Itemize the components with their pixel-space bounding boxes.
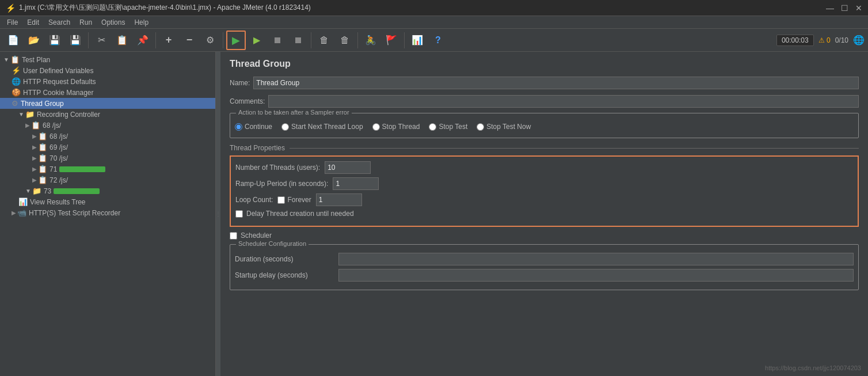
sidebar-item-68js2[interactable]: ▶ 📋 68 /js/: [0, 131, 215, 142]
paste-button[interactable]: 📌: [133, 31, 153, 50]
separator-4: [311, 32, 311, 48]
icon-view-results: 📊: [18, 198, 28, 206]
stop-all-button[interactable]: ⏹: [288, 31, 308, 50]
sidebar-item-73[interactable]: ▼ 📁 73: [0, 185, 215, 196]
stop-button[interactable]: ⏹: [268, 31, 287, 50]
icon-thread-group: ⚙: [12, 99, 18, 108]
label-70js: 70 /js/: [50, 154, 68, 162]
delay-thread-checkbox[interactable]: [235, 210, 243, 218]
clear-button[interactable]: 🗑: [314, 31, 334, 50]
clear-all-button[interactable]: 🗑: [335, 31, 355, 50]
menu-help[interactable]: Help: [130, 17, 153, 28]
title-text: 1.jmx (C:\常用文件\压测问题\压测\apache-jmeter-4.0…: [19, 3, 826, 13]
sidebar-item-thread-group[interactable]: ⚙ Thread Group: [0, 98, 215, 109]
sidebar-item-user-defined[interactable]: ⚡ User Defined Variables: [0, 65, 215, 76]
duration-input[interactable]: [338, 253, 854, 265]
forever-checkbox[interactable]: [277, 196, 285, 204]
icon-68js: 📋: [31, 121, 40, 130]
loop-count-input[interactable]: [316, 193, 362, 206]
icon-70js: 📋: [38, 154, 47, 162]
startup-delay-input[interactable]: [338, 269, 854, 282]
name-input[interactable]: [253, 77, 859, 89]
sidebar-item-http-defaults[interactable]: 🌐 HTTP Request Defaults: [0, 76, 215, 87]
arrow-73: ▼: [25, 188, 31, 194]
error-action-group: Continue Start Next Thread Loop Stop Thr…: [235, 118, 854, 133]
sidebar-splitter[interactable]: ⋮: [216, 52, 220, 376]
title-bar: ⚡ 1.jmx (C:\常用文件\压测问题\压测\apache-jmeter-4…: [0, 0, 868, 16]
menu-search[interactable]: Search: [44, 17, 75, 28]
sidebar-item-72js[interactable]: ▶ 📋 72 /js/: [0, 174, 215, 185]
sidebar-item-test-plan[interactable]: ▼ 📋 Test Plan: [0, 54, 215, 65]
play-button[interactable]: ▶: [226, 31, 246, 50]
close-button[interactable]: ✕: [855, 3, 862, 13]
radio-stop-test[interactable]: Stop Test: [429, 123, 467, 131]
menu-bar: File Edit Search Run Options Help: [0, 16, 868, 29]
sidebar-item-recording-controller[interactable]: ▼ 📁 Recording Controller: [0, 109, 215, 120]
menu-edit[interactable]: Edit: [22, 17, 44, 28]
sidebar-item-cookie-manager[interactable]: 🍪 HTTP Cookie Manager: [0, 87, 215, 98]
open-button[interactable]: 📂: [24, 31, 44, 50]
radio-continue-input[interactable]: [235, 123, 242, 131]
radio-continue[interactable]: Continue: [235, 123, 272, 131]
timer-display: 00:00:03: [776, 35, 814, 46]
num-threads-input[interactable]: [325, 161, 371, 174]
icon-68js2: 📋: [38, 132, 47, 140]
menu-options[interactable]: Options: [97, 17, 130, 28]
scheduler-checkbox[interactable]: [230, 232, 237, 240]
comments-input[interactable]: [268, 95, 859, 108]
flag-button[interactable]: 🚩: [382, 31, 401, 50]
radio-start-next[interactable]: Start Next Thread Loop: [281, 123, 363, 131]
window-controls: — ☐ ✕: [826, 3, 862, 13]
play-arrow-button[interactable]: ▶: [247, 31, 267, 50]
radio-stop-thread[interactable]: Stop Thread: [372, 123, 420, 131]
label-thread-group: Thread Group: [21, 100, 64, 108]
maximize-button[interactable]: ☐: [841, 3, 848, 13]
radio-stop-test-now[interactable]: Stop Test Now: [477, 123, 531, 131]
sidebar-item-70js[interactable]: ▶ 📋 70 /js/: [0, 153, 215, 164]
menu-file[interactable]: File: [2, 17, 22, 28]
radio-stop-test-now-input[interactable]: [477, 123, 484, 131]
label-cookie-manager: HTTP Cookie Manager: [23, 89, 94, 97]
arrow-69js: ▶: [32, 144, 37, 150]
warning-icon: ⚠ 0: [818, 36, 831, 44]
radio-stop-test-label: Stop Test: [439, 123, 467, 131]
minimize-button[interactable]: —: [826, 3, 834, 13]
copy-button[interactable]: 📋: [112, 31, 132, 50]
sidebar-item-71[interactable]: ▶ 📋 71: [0, 164, 215, 174]
loop-count-label: Loop Count:: [235, 196, 273, 204]
green-bar-71: [59, 166, 105, 172]
label-72js: 72 /js/: [50, 176, 68, 184]
help-button[interactable]: ?: [428, 31, 448, 50]
icon-user-defined: ⚡: [12, 66, 21, 75]
duration-row: Duration (seconds): [235, 253, 854, 265]
separator-3: [223, 32, 223, 48]
radio-stop-test-input[interactable]: [429, 123, 436, 131]
cut-button[interactable]: ✂: [92, 31, 111, 50]
ramp-up-input[interactable]: [333, 177, 379, 190]
panel-title: Thread Group: [230, 59, 859, 69]
save-as-button[interactable]: 💾: [66, 31, 85, 50]
globe-icon[interactable]: 🌐: [853, 35, 865, 45]
label-73: 73: [44, 187, 51, 195]
content-area: Thread Group Name: Comments: Action to b…: [220, 52, 868, 376]
settings-button[interactable]: ⚙: [200, 31, 220, 50]
toolbar: 📄 📂 💾 💾 ✂ 📋 📌 + − ⚙ ▶ ▶ ⏹ ⏹ 🗑 🗑 🚴 🚩 📊 ? …: [0, 29, 868, 52]
sidebar-item-view-results[interactable]: 📊 View Results Tree: [0, 196, 215, 207]
radio-start-next-label: Start Next Thread Loop: [291, 123, 363, 131]
icon-69js: 📋: [38, 143, 47, 151]
new-button[interactable]: 📄: [3, 31, 23, 50]
template-button[interactable]: 📊: [408, 31, 427, 50]
sidebar-item-https-recorder[interactable]: ▶ 📹 HTTP(S) Test Script Recorder: [0, 207, 215, 218]
icon-cookie-manager: 🍪: [12, 88, 21, 97]
add-button[interactable]: +: [159, 31, 178, 50]
arrow-68js2: ▶: [32, 133, 37, 139]
sidebar-item-68js[interactable]: ▶ 📋 68 /js/: [0, 120, 215, 131]
radio-start-next-input[interactable]: [281, 123, 289, 131]
warning-count: 0: [827, 36, 831, 44]
remove-button[interactable]: −: [180, 31, 199, 50]
save-button[interactable]: 💾: [45, 31, 64, 50]
sidebar-item-69js[interactable]: ▶ 📋 69 /js/: [0, 142, 215, 153]
bike-button[interactable]: 🚴: [361, 31, 380, 50]
radio-stop-thread-input[interactable]: [372, 123, 380, 131]
menu-run[interactable]: Run: [75, 17, 97, 28]
